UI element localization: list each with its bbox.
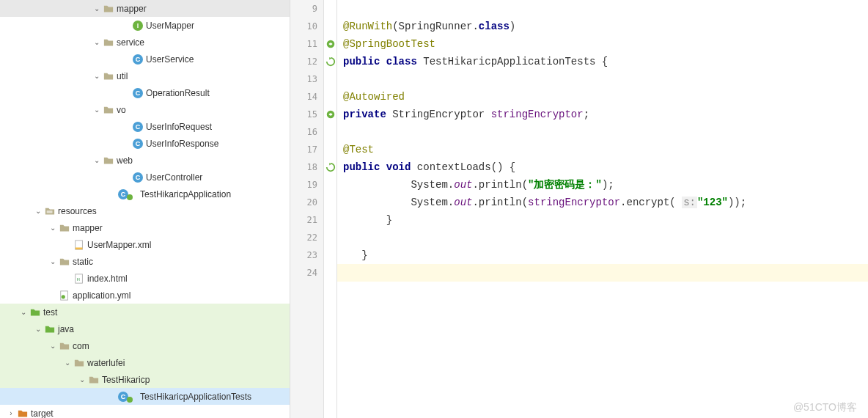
chevron-icon[interactable]: ⌄ xyxy=(34,207,42,215)
tree-item[interactable]: CTestHikaricpApplication xyxy=(0,186,290,202)
chevron-icon[interactable]: ⌄ xyxy=(20,308,27,316)
tree-label: com xyxy=(73,341,89,351)
svg-text:H: H xyxy=(77,276,80,281)
code-line[interactable]: @Autowired xyxy=(337,88,868,106)
code-line[interactable]: public class TestHikaricpApplicationTest… xyxy=(337,53,868,70)
code-line[interactable]: @SpringBootTest xyxy=(337,35,868,53)
tree-label: UserMapper xyxy=(146,21,194,31)
code-area[interactable]: @RunWith(SpringRunner.class) @SpringBoot… xyxy=(337,0,868,418)
code-line[interactable]: System.out.println("加密密码是："); xyxy=(337,176,868,194)
chevron-icon[interactable]: ⌄ xyxy=(49,342,56,350)
gutter-marker xyxy=(324,53,336,70)
tree-item[interactable]: ⌄com xyxy=(0,337,290,354)
run-icon xyxy=(326,162,336,172)
tree-label: mapper xyxy=(73,223,103,233)
tree-label: vo xyxy=(117,105,126,115)
code-line[interactable]: } xyxy=(337,246,868,264)
tree-item[interactable]: ⌄web xyxy=(0,152,290,169)
tree-label: OperationResult xyxy=(146,88,210,98)
run-icon xyxy=(326,56,336,67)
code-line[interactable] xyxy=(337,264,868,282)
line-number: 10 xyxy=(290,18,323,35)
line-number: 11 xyxy=(290,35,323,53)
chevron-icon[interactable]: ⌄ xyxy=(49,257,56,265)
tree-item[interactable]: ›target xyxy=(0,405,290,418)
tree-item[interactable]: ⌄mapper xyxy=(0,0,290,17)
code-line[interactable]: System.out.println(stringEncryptor.encry… xyxy=(337,194,868,211)
chevron-icon[interactable]: ⌄ xyxy=(49,224,56,232)
code-line[interactable]: @RunWith(SpringRunner.class) xyxy=(337,18,868,35)
tree-label: application.yml xyxy=(73,290,130,301)
tree-item[interactable]: application.yml xyxy=(0,287,290,304)
svg-rect-2 xyxy=(76,247,83,249)
tree-item[interactable]: IUserMapper xyxy=(0,17,290,34)
chevron-icon[interactable]: ⌄ xyxy=(93,156,100,164)
line-number: 19 xyxy=(290,176,323,194)
tree-item[interactable]: ⌄TestHikaricp xyxy=(0,371,290,388)
tree-item[interactable]: CUserInfoRequest xyxy=(0,118,290,135)
tree-label: UserInfoResponse xyxy=(146,139,218,149)
tree-item[interactable]: ⌄mapper xyxy=(0,219,290,236)
line-number: 14 xyxy=(290,88,323,106)
tree-label: TestHikaricp xyxy=(102,375,150,385)
tree-label: UserMapper.xml xyxy=(87,240,151,250)
tree-item[interactable]: CUserService xyxy=(0,51,290,67)
gutter-marker xyxy=(324,106,336,123)
line-number: 15 xyxy=(290,106,323,123)
chevron-icon[interactable]: ⌄ xyxy=(93,4,100,12)
code-line[interactable]: } xyxy=(337,211,868,229)
tree-item[interactable]: CUserInfoResponse xyxy=(0,135,290,152)
code-line[interactable] xyxy=(337,70,868,88)
tree-label: static xyxy=(73,257,93,267)
line-number: 23 xyxy=(290,246,323,264)
tree-label: web xyxy=(117,155,133,166)
tree-item[interactable]: CTestHikaricpApplicationTests xyxy=(0,388,290,405)
tree-item[interactable]: ⌄resources xyxy=(0,202,290,219)
spring-icon xyxy=(326,109,336,120)
tree-item[interactable]: COperationResult xyxy=(0,84,290,101)
tree-label: TestHikaricpApplication xyxy=(140,189,231,199)
code-line[interactable] xyxy=(337,123,868,141)
code-line[interactable]: @Test xyxy=(337,141,868,158)
line-number: 21 xyxy=(290,211,323,229)
tree-item[interactable]: ⌄service xyxy=(0,34,290,51)
tree-label: waterlufei xyxy=(87,358,125,368)
svg-rect-0 xyxy=(47,210,53,213)
code-line[interactable] xyxy=(337,229,868,246)
spring-icon xyxy=(326,39,336,49)
project-tree[interactable]: ⌄mapperIUserMapper⌄serviceCUserService⌄u… xyxy=(0,0,290,418)
tree-item[interactable]: CUserController xyxy=(0,169,290,186)
code-line[interactable]: private StringEncryptor stringEncryptor; xyxy=(337,106,868,123)
chevron-icon[interactable]: ⌄ xyxy=(34,325,42,333)
tree-item[interactable]: ⌄vo xyxy=(0,101,290,118)
tree-label: mapper xyxy=(117,4,147,14)
chevron-icon[interactable]: ⌄ xyxy=(93,106,100,114)
tree-label: index.html xyxy=(87,274,128,284)
chevron-icon[interactable]: ⌄ xyxy=(78,375,86,384)
code-line[interactable] xyxy=(337,0,868,18)
line-number: 22 xyxy=(290,229,323,246)
tree-item[interactable]: ⌄java xyxy=(0,320,290,337)
chevron-icon[interactable]: › xyxy=(7,409,15,417)
watermark: @51CTO博客 xyxy=(793,401,857,414)
tree-item[interactable]: UserMapper.xml xyxy=(0,236,290,253)
tree-item[interactable]: ⌄waterlufei xyxy=(0,354,290,371)
line-number: 20 xyxy=(290,194,323,211)
tree-item[interactable]: ⌄static xyxy=(0,253,290,270)
chevron-icon[interactable]: ⌄ xyxy=(93,38,100,46)
tree-label: service xyxy=(117,37,144,48)
line-gutter: 9101112131415161718192021222324 xyxy=(290,0,324,418)
code-line[interactable]: public void contextLoads() { xyxy=(337,158,868,176)
line-number: 18 xyxy=(290,158,323,176)
tree-item[interactable]: ⌄test xyxy=(0,304,290,320)
tree-label: util xyxy=(117,71,128,81)
line-number: 24 xyxy=(290,264,323,282)
code-editor[interactable]: 9101112131415161718192021222324 @RunWith… xyxy=(290,0,868,418)
chevron-icon[interactable]: ⌄ xyxy=(64,359,71,367)
tree-label: UserController xyxy=(146,172,202,183)
tree-item[interactable]: Hindex.html xyxy=(0,270,290,287)
chevron-icon[interactable]: ⌄ xyxy=(93,72,100,80)
gutter-marker xyxy=(324,35,336,53)
line-number: 13 xyxy=(290,70,323,88)
tree-item[interactable]: ⌄util xyxy=(0,67,290,84)
